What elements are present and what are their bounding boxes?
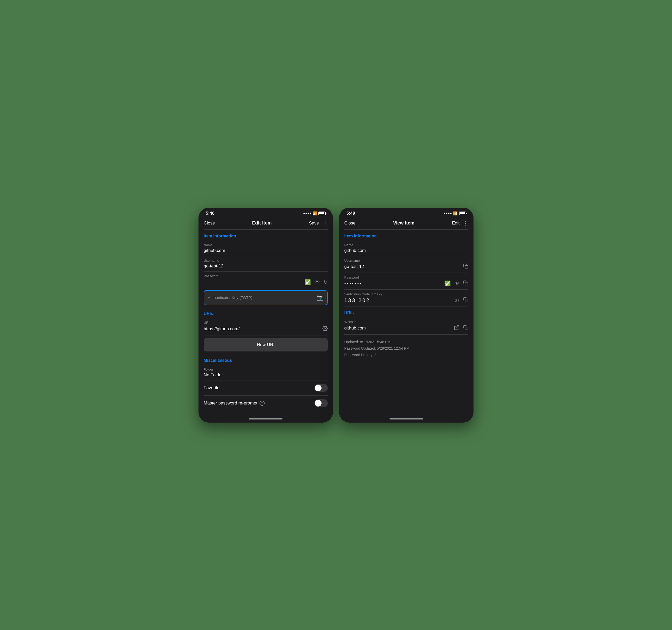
right-home-bar [389, 418, 423, 419]
left-password-refresh-icon[interactable]: ↻ [323, 279, 328, 285]
left-master-prompt-help-icon[interactable]: ? [260, 401, 265, 406]
left-nav-actions: Save ⋮ [309, 220, 328, 226]
dot3 [308, 213, 309, 214]
right-phone: 5:49 📶 Close View Item Edit ⋮ [339, 208, 474, 423]
right-website-label: Website [344, 320, 468, 324]
left-master-prompt-toggle-thumb [315, 400, 321, 406]
left-password-label: Password [204, 274, 328, 278]
dot1 [304, 213, 305, 214]
right-username-copy-icon[interactable] [463, 263, 468, 270]
right-pw-history-count[interactable]: 3 [375, 353, 377, 357]
right-website-row: github.com [344, 325, 468, 332]
right-time: 5:49 [346, 211, 355, 216]
right-nav-title: View Item [393, 220, 414, 226]
right-username-icons [463, 263, 468, 270]
right-website-value: github.com [344, 326, 454, 331]
left-totp-field[interactable]: Authenticator Key (TOTP) 📷 [204, 290, 328, 305]
left-uri-settings-icon[interactable] [322, 326, 328, 333]
left-status-icons: 📶 [304, 211, 326, 215]
left-folder-value[interactable]: No Folder [204, 372, 328, 378]
right-username-label: Username [344, 259, 468, 262]
left-password-field: Password ✅ 👁 ↻ [204, 272, 328, 288]
left-totp-camera-icon[interactable]: 📷 [317, 294, 323, 301]
svg-rect-3 [465, 299, 468, 302]
left-nav-bar: Close Edit Item Save ⋮ [198, 218, 333, 229]
right-item-info-header: Item Information [344, 230, 468, 240]
right-totp-field: Verification Code (TOTP) 133 202 28 [344, 290, 468, 306]
dot2 [306, 213, 307, 214]
right-updated-text: Updated: 8/17/2021 5:48 PM [344, 339, 468, 345]
left-folder-label: Folder [204, 368, 328, 371]
wifi-icon: 📶 [312, 211, 317, 215]
right-name-label: Name [344, 243, 468, 247]
right-status-bar: 5:49 📶 [339, 208, 474, 218]
right-username-row: go-test-12 [344, 263, 468, 270]
svg-rect-5 [465, 327, 468, 330]
left-scroll-content: Item Information Name github.com Usernam… [198, 230, 333, 416]
right-pw-history-label: Password History: [344, 353, 374, 357]
right-edit-button[interactable]: Edit [452, 220, 459, 226]
left-time: 5:48 [206, 211, 215, 216]
right-battery-icon [459, 212, 466, 215]
left-password-check-icon[interactable]: ✅ [305, 279, 311, 285]
left-name-field: Name github.com [204, 240, 328, 256]
right-totp-row: 133 202 28 [344, 297, 468, 304]
left-uri-field: URI https://github.com/ [204, 318, 328, 335]
right-status-icons: 📶 [444, 211, 466, 215]
left-name-label: Name [204, 243, 328, 247]
left-more-button[interactable]: ⋮ [322, 220, 328, 226]
right-nav-bar: Close View Item Edit ⋮ [339, 218, 474, 229]
left-uris-header: URIs [204, 307, 328, 318]
right-password-check-icon[interactable]: ✅ [444, 280, 451, 286]
left-nav-title: Edit Item [252, 220, 272, 226]
left-favorite-toggle-thumb [315, 384, 321, 391]
right-password-copy-icon[interactable] [463, 280, 468, 287]
right-website-launch-icon[interactable] [454, 325, 459, 332]
left-favorite-row: Favorite [204, 380, 328, 396]
left-favorite-label: Favorite [204, 386, 219, 391]
right-scroll-content: Item Information Name github.com Usernam… [339, 230, 474, 416]
svg-point-0 [324, 328, 326, 329]
right-pw-updated-text: Password Updated: 5/28/2021 12:54 PM [344, 345, 468, 352]
left-username-field: Username go-test-12 [204, 256, 328, 272]
right-username-field: Username go-test-12 [344, 256, 468, 273]
right-close-button[interactable]: Close [344, 220, 355, 226]
left-favorite-toggle[interactable] [314, 384, 328, 392]
right-website-copy-icon[interactable] [463, 325, 468, 331]
right-password-label: Password [344, 275, 468, 279]
left-master-prompt-toggle[interactable] [314, 399, 328, 407]
right-totp-icons: 28 [455, 297, 468, 304]
left-save-button[interactable]: Save [309, 220, 319, 226]
right-battery-fill [460, 212, 465, 214]
right-wifi-icon: 📶 [453, 211, 457, 215]
battery-fill [319, 212, 324, 214]
svg-line-4 [456, 325, 459, 328]
left-new-uri-button[interactable]: New URI [204, 338, 328, 351]
right-uris-header: URIs [344, 306, 468, 317]
left-close-button[interactable]: Close [204, 220, 215, 226]
right-meta-info: Updated: 8/17/2021 5:48 PM Password Upda… [344, 335, 468, 363]
left-uri-row: https://github.com/ [204, 326, 328, 333]
right-password-icons: ✅ 👁 [444, 280, 468, 287]
left-password-icons: ✅ 👁 ↻ [305, 279, 328, 285]
right-signal-dots [444, 213, 452, 214]
right-password-dots: ●●●●●●● [344, 282, 362, 285]
right-more-button[interactable]: ⋮ [463, 220, 468, 226]
svg-rect-2 [465, 282, 468, 285]
right-nav-actions: Edit ⋮ [452, 220, 468, 226]
left-misc-header: Miscellaneous [204, 354, 328, 365]
right-password-eye-icon[interactable]: 👁 [454, 281, 459, 286]
right-bottom-spacer [344, 362, 468, 368]
left-username-value[interactable]: go-test-12 [204, 263, 328, 269]
left-name-value[interactable]: github.com [204, 248, 328, 253]
left-master-prompt-row: Master password re-prompt ? [204, 396, 328, 411]
right-totp-copy-icon[interactable] [463, 297, 468, 304]
left-home-bar [249, 418, 283, 419]
right-password-field: Password ●●●●●●● ✅ 👁 [344, 273, 468, 290]
right-website-field: Website github.com [344, 317, 468, 335]
left-status-bar: 5:48 📶 [198, 208, 333, 218]
left-uri-value[interactable]: https://github.com/ [204, 326, 322, 331]
left-password-eye-icon[interactable]: 👁 [315, 279, 320, 285]
right-dot2 [446, 213, 448, 214]
left-totp-label: Authenticator Key (TOTP) [208, 295, 252, 300]
